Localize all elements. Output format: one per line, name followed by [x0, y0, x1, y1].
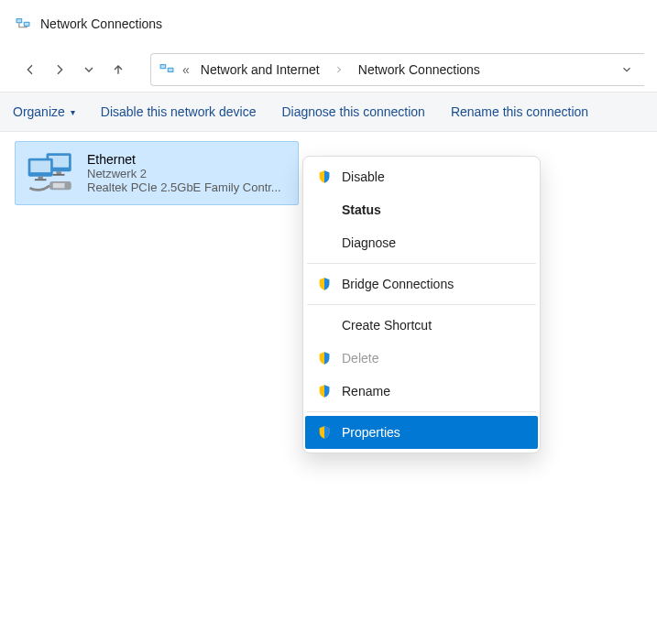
adapter-network: Netzwerk 2	[87, 167, 281, 180]
adapter-tile-ethernet[interactable]: Ethernet Netzwerk 2 Realtek PCIe 2.5GbE …	[15, 141, 299, 205]
context-menu-create-shortcut[interactable]: Create Shortcut	[307, 309, 536, 342]
recent-locations-button[interactable]	[75, 56, 103, 83]
context-menu-label: Delete	[342, 351, 378, 366]
window-title: Network Connections	[40, 16, 162, 31]
network-connections-icon	[159, 61, 175, 78]
chevron-right-icon	[331, 65, 347, 74]
organize-label: Organize	[13, 104, 65, 119]
context-menu-rename[interactable]: Rename	[307, 375, 536, 408]
organize-menu[interactable]: Organize ▾	[13, 104, 75, 119]
context-menu-label: Create Shortcut	[342, 318, 432, 333]
context-menu: Disable Status Diagnose Bridge Connectio…	[302, 156, 541, 453]
shield-icon	[316, 169, 333, 185]
context-menu-label: Properties	[342, 425, 400, 440]
back-button[interactable]	[16, 56, 44, 83]
svg-rect-11	[53, 174, 65, 176]
command-bar: Organize ▾ Disable this network device D…	[0, 92, 657, 132]
separator	[307, 304, 536, 305]
shield-icon	[316, 383, 333, 399]
svg-rect-14	[38, 177, 43, 180]
forward-button[interactable]	[46, 56, 73, 83]
shield-icon	[316, 276, 333, 292]
rename-button[interactable]: Rename this connection	[451, 104, 588, 119]
context-menu-label: Bridge Connections	[342, 277, 454, 291]
up-button[interactable]	[104, 56, 132, 83]
breadcrumb-item[interactable]: Network and Internet	[197, 62, 323, 77]
shield-icon	[316, 350, 333, 366]
separator	[307, 263, 536, 264]
titlebar: Network Connections	[0, 0, 657, 48]
svg-rect-10	[56, 171, 60, 174]
svg-rect-15	[35, 179, 47, 180]
svg-rect-3	[25, 23, 29, 26]
context-menu-diagnose[interactable]: Diagnose	[307, 226, 536, 259]
context-menu-label: Diagnose	[342, 235, 396, 250]
disable-device-button[interactable]: Disable this network device	[101, 104, 257, 119]
svg-rect-17	[53, 183, 65, 188]
svg-rect-6	[161, 65, 166, 68]
context-menu-bridge[interactable]: Bridge Connections	[307, 267, 536, 300]
context-menu-label: Disable	[342, 169, 385, 184]
adapter-info: Ethernet Netzwerk 2 Realtek PCIe 2.5GbE …	[87, 152, 281, 194]
network-connections-icon	[15, 16, 31, 32]
address-bar[interactable]: « Network and Internet Network Connectio…	[150, 53, 644, 86]
context-menu-label: Status	[342, 202, 381, 217]
separator	[307, 411, 536, 412]
breadcrumb-prefix: «	[182, 62, 190, 77]
ethernet-adapter-icon	[25, 151, 78, 195]
context-menu-properties[interactable]: Properties	[305, 416, 538, 449]
navigation-bar: « Network and Internet Network Connectio…	[0, 48, 657, 92]
chevron-down-icon[interactable]	[620, 63, 637, 76]
diagnose-button[interactable]: Diagnose this connection	[281, 104, 424, 119]
context-menu-status[interactable]: Status	[307, 193, 536, 226]
caret-down-icon: ▾	[71, 107, 75, 117]
svg-rect-2	[17, 19, 22, 22]
context-menu-delete: Delete	[307, 342, 536, 375]
content-area: Ethernet Netzwerk 2 Realtek PCIe 2.5GbE …	[0, 132, 657, 214]
shield-icon	[316, 424, 333, 441]
svg-rect-13	[30, 160, 50, 172]
context-menu-label: Rename	[342, 384, 390, 398]
breadcrumb-item[interactable]: Network Connections	[355, 62, 484, 77]
adapter-device: Realtek PCIe 2.5GbE Family Contr...	[87, 180, 281, 194]
context-menu-disable[interactable]: Disable	[307, 160, 536, 193]
svg-rect-7	[169, 69, 173, 71]
adapter-name: Ethernet	[87, 152, 281, 167]
